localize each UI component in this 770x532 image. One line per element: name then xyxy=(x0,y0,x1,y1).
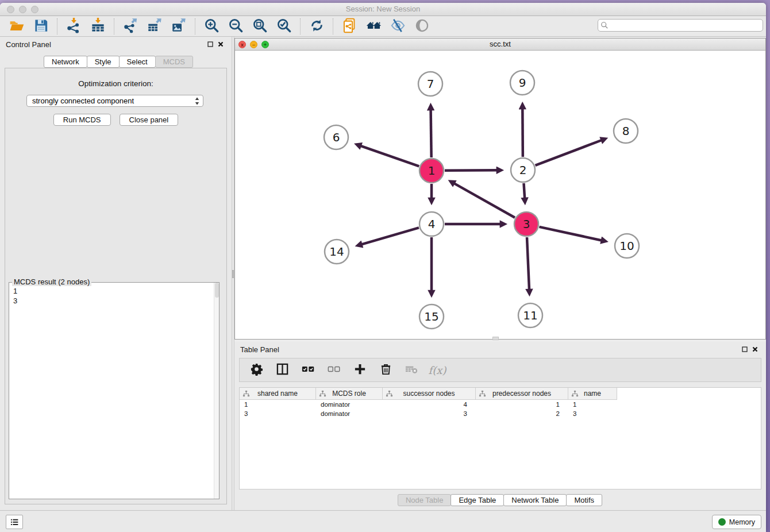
gear-button[interactable] xyxy=(248,361,265,379)
control-panel-title: Control Panel xyxy=(6,40,51,49)
import-table-button[interactable] xyxy=(86,17,110,36)
save-button[interactable] xyxy=(29,17,53,36)
table-cell[interactable]: 3 xyxy=(240,410,316,417)
table-cell[interactable]: 1 xyxy=(240,401,316,408)
graph-node-1[interactable]: 1 xyxy=(419,159,444,183)
table-body: 1dominator4113dominator323 xyxy=(240,400,761,418)
float-panel-button[interactable] xyxy=(205,40,215,49)
minimize-window-icon[interactable] xyxy=(19,6,26,13)
tab-motifs[interactable]: Motifs xyxy=(566,494,602,506)
app-window-controls[interactable] xyxy=(7,6,38,13)
divider-grip[interactable] xyxy=(232,270,234,278)
tab-edge-table[interactable]: Edge Table xyxy=(451,494,504,506)
refresh-layout-button[interactable] xyxy=(305,17,329,36)
eye-button[interactable] xyxy=(410,17,434,36)
graph-edge-3-1[interactable] xyxy=(454,183,515,218)
export-table-button[interactable] xyxy=(143,17,167,36)
graph-edge-2-3[interactable] xyxy=(523,183,525,198)
deselect-all-button[interactable] xyxy=(325,361,342,379)
hide-visual-properties-button[interactable] xyxy=(386,17,410,36)
table-cell[interactable]: dominator xyxy=(316,410,383,417)
table-cell[interactable]: dominator xyxy=(316,401,383,408)
select-all-icon xyxy=(302,363,315,377)
graph-node-9[interactable]: 9 xyxy=(510,71,534,95)
network-document-button[interactable] xyxy=(337,17,361,36)
graph-edge-2-8[interactable] xyxy=(536,140,602,165)
table-cell[interactable]: 1 xyxy=(568,401,617,408)
network-close-icon[interactable]: x xyxy=(238,41,246,48)
svg-text:9: 9 xyxy=(519,76,526,90)
search-icon xyxy=(600,21,609,29)
zoom-fit-button[interactable] xyxy=(248,17,272,36)
graph-node-10[interactable]: 10 xyxy=(615,234,639,258)
table-cell[interactable]: 1 xyxy=(476,401,568,408)
maximize-window-icon[interactable] xyxy=(31,6,38,13)
graph-node-15[interactable]: 15 xyxy=(419,304,444,329)
criterion-dropdown[interactable]: strongly connected component xyxy=(26,95,203,107)
run-mcds-button[interactable]: Run MCDS xyxy=(53,114,111,126)
search-box[interactable] xyxy=(598,19,763,32)
close-panel-button-2[interactable]: Close panel xyxy=(120,114,179,126)
tab-node-table[interactable]: Node Table xyxy=(398,494,452,506)
graph-node-7[interactable]: 7 xyxy=(418,72,442,96)
network-minimize-icon[interactable]: – xyxy=(250,41,257,48)
search-input[interactable] xyxy=(609,21,760,29)
columns-button[interactable] xyxy=(274,361,291,379)
graph-node-14[interactable]: 14 xyxy=(325,240,349,264)
export-image-button[interactable] xyxy=(167,17,191,36)
zoom-in-button[interactable] xyxy=(199,17,224,36)
home-button[interactable] xyxy=(361,17,386,36)
graph-node-3[interactable]: 3 xyxy=(514,212,538,236)
table-row[interactable]: 1dominator411 xyxy=(240,400,761,409)
close-window-icon[interactable] xyxy=(7,6,14,13)
graph-node-2[interactable]: 2 xyxy=(511,158,535,182)
tab-select[interactable]: Select xyxy=(119,56,156,68)
table-cell[interactable]: 4 xyxy=(383,401,476,408)
graph-edge-3-10[interactable] xyxy=(539,227,602,241)
network-maximize-icon[interactable]: + xyxy=(261,41,269,48)
table-cell[interactable]: 3 xyxy=(383,410,476,417)
zoom-selected-button[interactable] xyxy=(272,17,296,36)
node-table: shared nameMCDS rolesuccessor nodesprede… xyxy=(239,387,761,489)
table-row[interactable]: 3dominator323 xyxy=(240,409,761,418)
table-cell[interactable]: 2 xyxy=(476,410,568,417)
graph-edge-2-9[interactable] xyxy=(522,109,523,157)
graph-edge-3-11[interactable] xyxy=(527,237,529,290)
delete-button[interactable] xyxy=(377,361,394,379)
column-header-predecessor-nodes[interactable]: predecessor nodes xyxy=(476,388,568,400)
graph-edge-1-2[interactable] xyxy=(445,170,497,171)
open-folder-button[interactable] xyxy=(5,17,29,36)
graph-node-6[interactable]: 6 xyxy=(324,125,348,149)
column-header-shared-name[interactable]: shared name xyxy=(240,388,316,400)
graph-node-4[interactable]: 4 xyxy=(419,212,444,236)
add-button[interactable] xyxy=(351,361,368,379)
float-table-panel-button[interactable] xyxy=(740,345,750,354)
column-header-successor-nodes[interactable]: successor nodes xyxy=(383,388,476,400)
refresh-layout-icon xyxy=(309,18,325,35)
zoom-out-button[interactable] xyxy=(224,17,248,36)
select-all-button[interactable] xyxy=(299,361,317,379)
import-table-icon xyxy=(90,18,106,35)
graph-edge-1-6[interactable] xyxy=(360,146,419,167)
column-header-name[interactable]: name xyxy=(568,388,617,400)
tab-network-table[interactable]: Network Table xyxy=(503,494,567,506)
table-cell[interactable]: 3 xyxy=(568,410,617,417)
task-history-button[interactable] xyxy=(6,515,23,529)
column-header-MCDS-role[interactable]: MCDS role xyxy=(316,388,383,400)
tab-mcds[interactable]: MCDS xyxy=(155,56,193,68)
memory-button[interactable]: Memory xyxy=(712,515,761,529)
tab-style[interactable]: Style xyxy=(87,56,120,68)
toolbar-separator xyxy=(300,18,301,34)
close-panel-button[interactable] xyxy=(215,40,226,49)
import-network-button[interactable] xyxy=(61,17,86,36)
graph-edge-4-14[interactable] xyxy=(361,228,419,244)
horizontal-divider-grip[interactable] xyxy=(492,337,499,340)
svg-text:14: 14 xyxy=(329,245,344,259)
graph-node-8[interactable]: 8 xyxy=(614,119,638,143)
graph-node-11[interactable]: 11 xyxy=(518,303,542,327)
graph-edge-1-7[interactable] xyxy=(431,110,432,157)
export-network-button[interactable] xyxy=(118,17,143,36)
tab-network[interactable]: Network xyxy=(44,56,87,68)
close-table-panel-button[interactable] xyxy=(750,345,760,354)
result-scrollbar[interactable] xyxy=(214,283,219,499)
